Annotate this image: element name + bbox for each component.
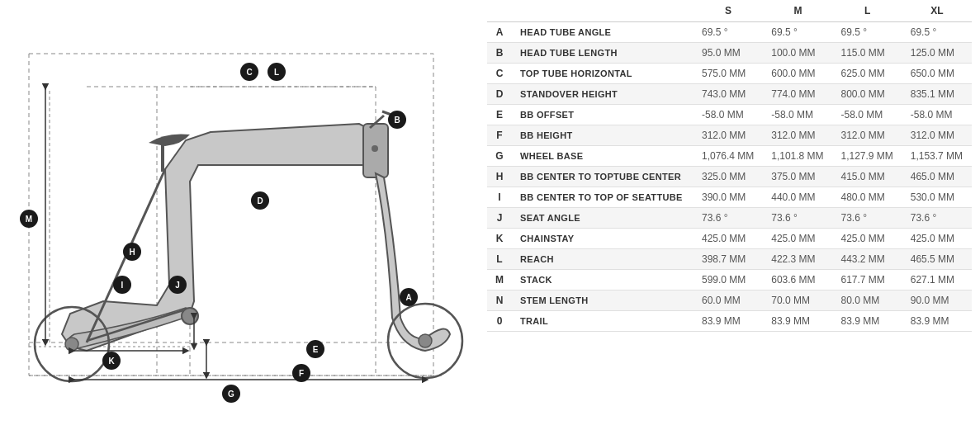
row-val-s: -58.0 MM: [694, 105, 763, 125]
geometry-table-body: AHEAD TUBE ANGLE69.5 °69.5 °69.5 °69.5 °…: [487, 22, 972, 332]
row-val-m: 425.0 MM: [763, 229, 832, 249]
table-row: JSEAT ANGLE73.6 °73.6 °73.6 °73.6 °: [487, 208, 972, 229]
row-id: G: [487, 146, 512, 167]
row-id: A: [487, 22, 512, 43]
table-header-row: S M L XL: [487, 0, 972, 22]
row-val-m: 603.6 MM: [763, 270, 832, 290]
svg-point-12: [372, 145, 378, 152]
row-val-l: 312.0 MM: [833, 125, 902, 146]
col-header-id: [487, 0, 512, 22]
row-val-m: 600.0 MM: [763, 64, 832, 84]
row-val-s: 390.0 MM: [694, 187, 763, 208]
row-val-l: 115.0 MM: [833, 43, 902, 64]
row-id: N: [487, 290, 512, 311]
svg-point-18: [65, 338, 78, 351]
row-id: I: [487, 187, 512, 208]
row-val-s: 325.0 MM: [694, 167, 763, 187]
row-val-l: 415.0 MM: [833, 167, 902, 187]
svg-text:G: G: [228, 390, 234, 399]
table-row: DSTANDOVER HEIGHT743.0 MM774.0 MM800.0 M…: [487, 84, 972, 105]
row-val-l: 625.0 MM: [833, 64, 902, 84]
row-name: STACK: [512, 270, 694, 290]
row-val-xl: 425.0 MM: [902, 229, 972, 249]
col-header-l: L: [833, 0, 902, 22]
row-val-m: 83.9 MM: [763, 311, 832, 332]
svg-text:K: K: [108, 357, 115, 366]
row-val-l: 1,127.9 MM: [833, 146, 902, 167]
row-name: BB HEIGHT: [512, 125, 694, 146]
table-row: CTOP TUBE HORIZONTAL575.0 MM600.0 MM625.…: [487, 64, 972, 84]
svg-text:D: D: [257, 196, 263, 205]
row-val-xl: 312.0 MM: [902, 125, 972, 146]
svg-text:L: L: [274, 68, 279, 77]
svg-text:M: M: [26, 215, 32, 224]
row-val-s: 599.0 MM: [694, 270, 763, 290]
row-val-m: 440.0 MM: [763, 187, 832, 208]
table-row: GWHEEL BASE1,076.4 MM1,101.8 MM1,127.9 M…: [487, 146, 972, 167]
row-val-xl: 627.1 MM: [902, 270, 972, 290]
row-val-l: 617.7 MM: [833, 270, 902, 290]
row-val-xl: -58.0 MM: [902, 105, 972, 125]
row-val-xl: 1,153.7 MM: [902, 146, 972, 167]
row-val-m: 69.5 °: [763, 22, 832, 43]
svg-point-23: [182, 308, 198, 324]
table-row: MSTACK599.0 MM603.6 MM617.7 MM627.1 MM: [487, 270, 972, 290]
table-row: NSTEM LENGTH60.0 MM70.0 MM80.0 MM90.0 MM: [487, 290, 972, 311]
row-name: BB CENTER TO TOP OF SEATTUBE: [512, 187, 694, 208]
row-name: STEM LENGTH: [512, 290, 694, 311]
row-val-l: 425.0 MM: [833, 229, 902, 249]
row-id: M: [487, 270, 512, 290]
svg-text:A: A: [405, 293, 411, 302]
row-val-s: 312.0 MM: [694, 125, 763, 146]
table-row: FBB HEIGHT312.0 MM312.0 MM312.0 MM312.0 …: [487, 125, 972, 146]
row-val-xl: 125.0 MM: [902, 43, 972, 64]
row-val-xl: 73.6 °: [902, 208, 972, 229]
col-header-s: S: [694, 0, 763, 22]
row-val-l: 443.2 MM: [833, 249, 902, 270]
row-val-l: -58.0 MM: [833, 105, 902, 125]
row-val-m: 375.0 MM: [763, 167, 832, 187]
row-val-xl: 69.5 °: [902, 22, 972, 43]
row-val-l: 73.6 °: [833, 208, 902, 229]
row-val-s: 95.0 MM: [694, 43, 763, 64]
table-row: KCHAINSTAY425.0 MM425.0 MM425.0 MM425.0 …: [487, 229, 972, 249]
table-row: AHEAD TUBE ANGLE69.5 °69.5 °69.5 °69.5 °: [487, 22, 972, 43]
svg-text:E: E: [313, 345, 319, 354]
row-val-xl: 90.0 MM: [902, 290, 972, 311]
svg-rect-19: [161, 143, 164, 172]
row-val-m: 73.6 °: [763, 208, 832, 229]
row-val-m: 1,101.8 MM: [763, 146, 832, 167]
row-name: SEAT ANGLE: [512, 208, 694, 229]
row-name: CHAINSTAY: [512, 229, 694, 249]
row-id: D: [487, 84, 512, 105]
row-name: WHEEL BASE: [512, 146, 694, 167]
row-val-m: 100.0 MM: [763, 43, 832, 64]
row-val-s: 60.0 MM: [694, 290, 763, 311]
row-val-l: 69.5 °: [833, 22, 902, 43]
row-val-l: 83.9 MM: [833, 311, 902, 332]
row-id: B: [487, 43, 512, 64]
table-panel: S M L XL AHEAD TUBE ANGLE69.5 °69.5 °69.…: [479, 0, 980, 444]
row-val-xl: 83.9 MM: [902, 311, 972, 332]
row-name: REACH: [512, 249, 694, 270]
row-val-xl: 465.0 MM: [902, 167, 972, 187]
row-val-s: 69.5 °: [694, 22, 763, 43]
row-val-xl: 835.1 MM: [902, 84, 972, 105]
row-name: TOP TUBE HORIZONTAL: [512, 64, 694, 84]
row-val-s: 398.7 MM: [694, 249, 763, 270]
row-val-m: 422.3 MM: [763, 249, 832, 270]
svg-text:J: J: [175, 281, 180, 290]
row-val-m: 312.0 MM: [763, 125, 832, 146]
svg-marker-10: [62, 124, 384, 351]
table-row: 0TRAIL83.9 MM83.9 MM83.9 MM83.9 MM: [487, 311, 972, 332]
row-val-s: 83.9 MM: [694, 311, 763, 332]
row-val-l: 80.0 MM: [833, 290, 902, 311]
row-val-m: -58.0 MM: [763, 105, 832, 125]
row-val-s: 1,076.4 MM: [694, 146, 763, 167]
col-header-m: M: [763, 0, 832, 22]
table-row: LREACH398.7 MM422.3 MM443.2 MM465.5 MM: [487, 249, 972, 270]
row-name: BB OFFSET: [512, 105, 694, 125]
table-row: IBB CENTER TO TOP OF SEATTUBE390.0 MM440…: [487, 187, 972, 208]
table-row: HBB CENTER TO TOPTUBE CENTER325.0 MM375.…: [487, 167, 972, 187]
diagram-panel: A B C D E F G H I J K L: [0, 0, 479, 444]
